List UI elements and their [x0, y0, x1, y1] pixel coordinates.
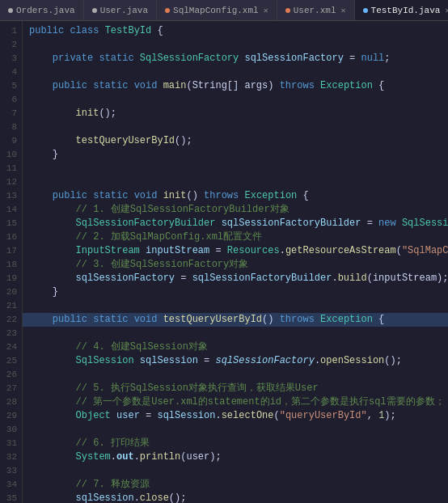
tab-dot-user — [92, 8, 97, 13]
tab-dot-sqlmap — [165, 8, 170, 13]
tab-user[interactable]: User.java — [84, 0, 157, 20]
line-numbers: 1 2 3 4 5 6 7 8 9 10 11 12 13 14 15 16 1… — [0, 21, 23, 503]
tab-userxml[interactable]: User.xml ✕ — [277, 0, 355, 20]
close-icon-sqlmap[interactable]: ✕ — [264, 6, 268, 15]
code-area: 1 2 3 4 5 6 7 8 9 10 11 12 13 14 15 16 1… — [0, 21, 448, 503]
tab-label-userxml: User.xml — [294, 6, 336, 15]
tab-dot-orders — [8, 8, 13, 13]
tab-label-orders: Orders.java — [16, 6, 75, 15]
close-icon-userxml[interactable]: ✕ — [341, 6, 346, 15]
tab-dot-userxml — [285, 8, 290, 13]
tab-label-sqlmap: SqlMapConfig.xml — [173, 6, 259, 15]
tab-dot-testbyid — [363, 8, 368, 13]
tab-bar: Orders.java User.java SqlMapConfig.xml ✕… — [0, 0, 448, 21]
tab-sqlmap[interactable]: SqlMapConfig.xml ✕ — [157, 0, 277, 20]
tab-testbyid[interactable]: TestById.java ✕ — [355, 0, 448, 20]
tab-orders[interactable]: Orders.java — [0, 0, 84, 20]
code-editor[interactable]: public class TestById { private static S… — [23, 21, 448, 503]
tab-label-testbyid: TestById.java — [371, 6, 441, 15]
close-icon-testbyid[interactable]: ✕ — [445, 6, 448, 15]
tab-label-user: User.java — [100, 6, 148, 15]
